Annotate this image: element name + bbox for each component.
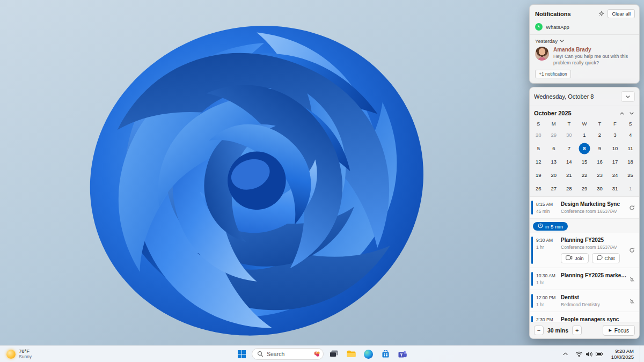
file-explorer-button[interactable] [344,347,358,361]
event-title: Planning FY2025 marketing [561,272,627,278]
calendar-day[interactable]: 8 [577,142,592,155]
wallpaper-bloom [16,6,510,350]
reminder-pill: in 5 min [533,222,568,231]
task-view-button[interactable] [327,347,341,361]
show-desktop-button[interactable] [640,346,643,362]
calendar-day[interactable]: 30 [592,182,608,195]
agenda-event[interactable]: 9:30 AM1 hrPlanning FY2025Conference roo… [530,233,639,268]
calendar-day[interactable]: 29 [546,128,562,142]
calendar-day[interactable]: 19 [531,168,546,182]
teams-button[interactable] [396,347,409,361]
calendar-day[interactable]: 5 [531,142,546,155]
calendar-day-header: W [577,119,592,128]
agenda-event[interactable]: 10:30 AM1 hrPlanning FY2025 marketing [530,268,639,290]
bell-off-icon [629,276,635,282]
whatsapp-label: WhatsApp [546,24,569,30]
calendar-day[interactable]: 1 [577,128,592,142]
event-duration: 1 hr [536,280,561,285]
calendar-day[interactable]: 29 [577,182,592,195]
calendar-day[interactable]: 30 [561,128,577,142]
notification-app-group[interactable]: WhatsApp [530,21,639,33]
chevron-down-icon [626,95,630,98]
event-chat-button[interactable]: Chat [592,253,620,263]
recurring-icon [629,247,635,253]
notification-card[interactable]: Amanda Brady Hey! Can you help me out wi… [530,46,639,68]
event-time-block: 12:00 PM1 hr [536,294,561,307]
weather-widget[interactable]: 78°F Sunny [3,346,35,362]
calendar-day[interactable]: 25 [623,168,638,182]
tray-expand-button[interactable] [561,351,569,357]
file-explorer-icon [347,350,356,358]
event-accent-bar [531,237,533,264]
event-time-block: 2:30 PM [536,316,561,322]
agenda-event[interactable]: 12:00 PM1 hrDentistRedmond Dentistry [530,290,639,312]
calendar-day[interactable]: 22 [577,168,592,182]
calendar-day[interactable]: 17 [608,155,623,168]
windows-logo-icon [238,350,246,358]
chevron-down-icon [630,112,634,115]
calendar-day[interactable]: 2 [592,128,608,142]
calendar-day[interactable]: 24 [608,168,623,182]
calendar-collapse-button[interactable] [621,91,635,102]
search-box[interactable]: Search [252,348,324,360]
focus-button[interactable]: ▶ Focus [603,325,635,336]
calendar-day-header: T [592,119,608,128]
clock[interactable]: 9:28 AM 10/8/2025 [609,348,636,360]
calendar-day[interactable]: 20 [546,168,562,182]
event-location: Conference room 16537/AV [561,209,627,214]
calendar-day[interactable]: 13 [546,155,562,168]
avatar [535,47,549,61]
clear-all-button[interactable]: Clear all [608,9,635,18]
calendar-next-month-button[interactable] [630,112,634,115]
calendar-prev-month-button[interactable] [620,112,624,115]
calendar-day-header: F [608,119,623,128]
event-join-button[interactable]: Join [561,253,589,263]
calendar-day[interactable]: 11 [623,142,638,155]
start-button[interactable] [235,347,248,361]
search-icon [257,351,264,357]
calendar-day[interactable]: 18 [623,155,638,168]
event-time: 9:30 AM [536,238,561,243]
event-title: Planning FY2025 [561,237,627,243]
focus-decrease-button[interactable]: − [534,326,544,335]
agenda-event[interactable]: 2:30 PMPeople managers sync [530,312,639,322]
event-time: 2:30 PM [536,317,561,322]
calendar-day[interactable]: 4 [623,128,638,142]
calendar-day[interactable]: 7 [561,142,577,155]
event-time-block: 9:30 AM1 hr [536,237,561,250]
calendar-day[interactable]: 26 [531,182,546,195]
calendar-day-header: S [531,119,546,128]
calendar-day[interactable]: 31 [608,182,623,195]
calendar-day[interactable]: 1 [623,182,638,195]
calendar-day[interactable]: 3 [608,128,623,142]
wifi-icon [575,351,583,357]
event-location: Conference room 16537/AV [561,245,627,250]
calendar-day[interactable]: 28 [561,182,577,195]
more-notifications-chip[interactable]: +1 notification [535,70,571,78]
calendar-day[interactable]: 10 [608,142,623,155]
calendar-day[interactable]: 6 [546,142,562,155]
calendar-day[interactable]: 12 [531,155,546,168]
notification-group-header[interactable]: Yesterday [530,35,639,46]
focus-increase-button[interactable]: + [572,326,582,335]
system-tray[interactable] [573,350,605,359]
desktop: Notifications Clear all WhatsApp Yesterd… [0,0,644,362]
agenda-event[interactable]: 8:15 AM45 minDesign Marketing SyncConfer… [530,197,639,219]
chevron-up-icon [563,352,568,356]
calendar-day[interactable]: 15 [577,155,592,168]
store-button[interactable] [378,347,392,361]
calendar-day[interactable]: 9 [592,142,608,155]
edge-button[interactable] [361,347,375,361]
calendar-day[interactable]: 28 [531,128,546,142]
calendar-day[interactable]: 23 [592,168,608,182]
event-accent-bar [531,316,533,322]
event-location: Redmond Dentistry [561,302,627,307]
teams-icon [398,350,407,358]
calendar-day[interactable]: 14 [561,155,577,168]
notification-settings-icon[interactable] [598,11,604,17]
calendar-day[interactable]: 27 [546,182,562,195]
event-accent-bar [531,272,533,286]
event-title: Dentist [561,294,627,300]
calendar-day[interactable]: 16 [592,155,608,168]
calendar-day[interactable]: 21 [561,168,577,182]
